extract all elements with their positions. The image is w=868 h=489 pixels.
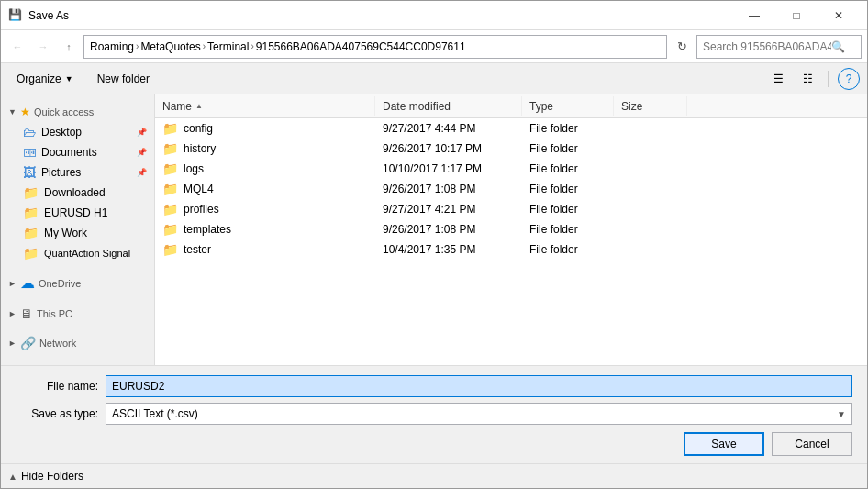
sidebar-item-eurusd[interactable]: 📁 EURUSD H1 <box>1 203 154 223</box>
folder-icon-4: 📁 <box>162 202 178 217</box>
view-toggle-button[interactable]: ☰ <box>767 68 789 90</box>
file-cell-size-4 <box>614 199 687 219</box>
sidebar-item-mywork-label: My Work <box>44 227 87 239</box>
file-cell-date-4: 9/27/2017 4:21 PM <box>375 199 522 219</box>
dialog-title: Save As <box>28 9 733 22</box>
folder-icon-3: 📁 <box>162 182 178 196</box>
pin-documents-icon: 📌 <box>137 148 147 157</box>
file-cell-name-1: 📁 history <box>155 139 375 159</box>
cancel-button[interactable]: Cancel <box>772 432 852 456</box>
table-row[interactable]: 📁 tester 10/4/2017 1:35 PM File folder <box>155 239 867 260</box>
file-cell-name-4: 📁 profiles <box>155 199 375 219</box>
file-cell-date-0: 9/27/2017 4:44 PM <box>375 118 522 139</box>
new-folder-button[interactable]: New folder <box>89 67 158 91</box>
table-row[interactable]: 📁 templates 9/26/2017 1:08 PM File folde… <box>155 219 867 239</box>
col-header-name[interactable]: Name ▲ <box>155 96 375 116</box>
sidebar-item-pictures[interactable]: 🖼 Pictures 📌 <box>1 162 154 183</box>
pin-desktop-icon: 📌 <box>137 128 147 137</box>
sidebar-group-quickaccess[interactable]: ▼ ★ Quick access <box>1 102 154 122</box>
sidebar-item-downloaded[interactable]: 📁 Downloaded <box>1 183 154 203</box>
collapse-quickaccess-icon: ▼ <box>8 107 17 117</box>
thispc-icon: 🖥 <box>20 306 33 321</box>
file-rows: 📁 config 9/27/2017 4:44 PM File folder 📁… <box>155 118 867 365</box>
sidebar-item-quantaction[interactable]: 📁 QuantAction Signal <box>1 243 154 263</box>
toolbar-separator <box>828 71 829 87</box>
file-cell-size-0 <box>614 118 687 139</box>
sidebar-item-documents[interactable]: 🗄 Documents 📌 <box>1 142 154 162</box>
search-icon: 🔍 <box>831 40 845 53</box>
collapse-onedrive-icon: ► <box>8 279 17 288</box>
folder-icon-6: 📁 <box>162 242 178 257</box>
file-cell-date-6: 10/4/2017 1:35 PM <box>375 239 522 260</box>
file-cell-date-3: 9/26/2017 1:08 PM <box>375 179 522 199</box>
sidebar-section-network: ► 🔗 Network <box>1 328 154 358</box>
onedrive-label: OneDrive <box>39 278 81 289</box>
file-cell-name-2: 📁 logs <box>155 159 375 179</box>
save-button[interactable]: Save <box>684 432 764 456</box>
saveastype-select[interactable]: ASCII Text (*.csv) ▼ <box>106 403 852 425</box>
file-cell-size-2 <box>614 159 687 179</box>
column-headers: Name ▲ Date modified Type Size <box>155 94 867 118</box>
table-row[interactable]: 📁 logs 10/10/2017 1:17 PM File folder <box>155 159 867 179</box>
filename-input[interactable] <box>106 375 852 397</box>
minimize-button[interactable]: — <box>733 1 775 30</box>
sidebar-item-network[interactable]: ► 🔗 Network <box>1 332 154 354</box>
col-size-label: Size <box>621 100 642 113</box>
dialog-icon: 💾 <box>8 8 23 23</box>
search-input[interactable] <box>703 40 831 53</box>
collapse-thispc-icon: ► <box>8 309 17 318</box>
hide-folders-label: Hide Folders <box>21 470 83 483</box>
star-icon: ★ <box>20 106 30 118</box>
network-icon: 🔗 <box>20 336 36 350</box>
file-cell-name-3: 📁 MQL4 <box>155 179 375 199</box>
table-row[interactable]: 📁 config 9/27/2017 4:44 PM File folder <box>155 118 867 139</box>
organize-button[interactable]: Organize ▼ <box>8 67 82 91</box>
desktop-icon: 🗁 <box>23 125 36 139</box>
sidebar-section-onedrive: ► ☁ OneDrive <box>1 267 154 299</box>
pictures-icon: 🖼 <box>23 165 36 180</box>
sidebar-item-desktop[interactable]: 🗁 Desktop 📌 <box>1 122 154 142</box>
table-row[interactable]: 📁 history 9/26/2017 10:17 PM File folder <box>155 139 867 159</box>
col-header-size[interactable]: Size <box>614 96 687 116</box>
filename-row: File name: <box>16 375 852 397</box>
sidebar-item-onedrive[interactable]: ► ☁ OneDrive <box>1 271 154 295</box>
forward-button[interactable]: → <box>32 36 54 58</box>
sidebar-item-documents-label: Documents <box>41 146 97 159</box>
col-header-type[interactable]: Type <box>522 96 614 116</box>
sidebar-section-quickaccess: ▼ ★ Quick access 🗁 Desktop 📌 🗄 Documents… <box>1 98 154 267</box>
sort-arrow-icon: ▲ <box>195 102 203 110</box>
table-row[interactable]: 📁 profiles 9/27/2017 4:21 PM File folder <box>155 199 867 219</box>
collapse-network-icon: ► <box>8 339 17 348</box>
folder-icon-1: 📁 <box>162 141 178 156</box>
help-button[interactable]: ? <box>838 68 860 90</box>
file-cell-type-2: File folder <box>522 159 614 179</box>
quantaction-folder-icon: 📁 <box>23 246 39 261</box>
file-cell-date-2: 10/10/2017 1:17 PM <box>375 159 522 179</box>
file-cell-size-3 <box>614 179 687 199</box>
saveastype-arrow-icon: ▼ <box>837 409 846 419</box>
file-cell-type-1: File folder <box>522 139 614 159</box>
table-row[interactable]: 📁 MQL4 9/26/2017 1:08 PM File folder <box>155 179 867 199</box>
file-cell-size-1 <box>614 139 687 159</box>
saveastype-value: ASCII Text (*.csv) <box>112 407 837 420</box>
view-details-button[interactable]: ☷ <box>796 68 818 90</box>
hide-folders-chevron-icon: ▲ <box>8 472 17 482</box>
quickaccess-label: Quick access <box>34 106 94 117</box>
back-button[interactable]: ← <box>6 36 28 58</box>
filename-label: File name: <box>16 380 98 393</box>
sidebar-item-eurusd-label: EURUSD H1 <box>44 206 107 219</box>
address-bar: ← → ↑ Roaming › MetaQuotes › Terminal › … <box>1 30 867 63</box>
documents-icon: 🗄 <box>22 146 37 159</box>
refresh-button[interactable]: ↻ <box>671 36 693 58</box>
hide-folders-toggle[interactable]: ▲ Hide Folders <box>1 463 867 488</box>
file-cell-name-6: 📁 tester <box>155 239 375 260</box>
close-button[interactable]: ✕ <box>818 1 860 30</box>
breadcrumb[interactable]: Roaming › MetaQuotes › Terminal › 915566… <box>83 35 667 59</box>
up-button[interactable]: ↑ <box>58 36 80 58</box>
saveastype-row: Save as type: ASCII Text (*.csv) ▼ <box>16 403 852 425</box>
sidebar-item-mywork[interactable]: 📁 My Work <box>1 223 154 243</box>
sidebar-item-thispc[interactable]: ► 🖥 This PC <box>1 303 154 325</box>
search-box[interactable]: 🔍 <box>696 35 862 59</box>
col-header-date[interactable]: Date modified <box>375 96 522 116</box>
maximize-button[interactable]: □ <box>775 1 818 30</box>
